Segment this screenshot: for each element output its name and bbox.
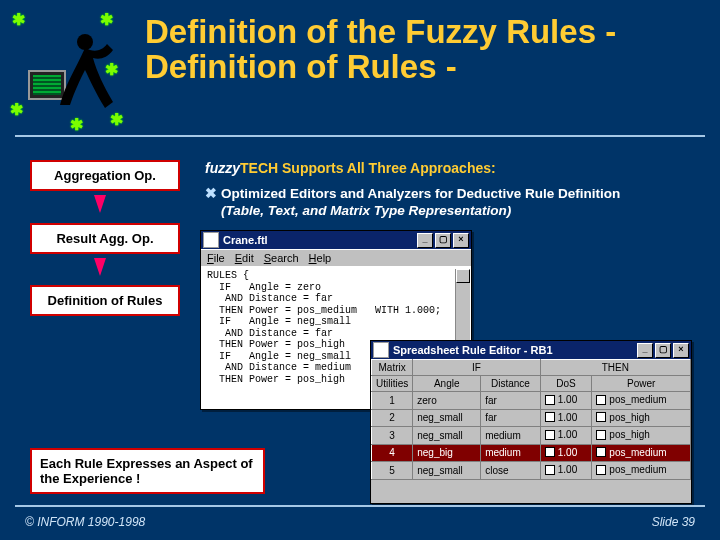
cell-distance[interactable]: far: [481, 392, 541, 410]
box-result-agg-op: Result Agg. Op.: [30, 223, 180, 254]
bullet-mark-icon: ✖: [205, 186, 221, 203]
table-row[interactable]: 5neg_smallclose1.00pos_medium: [372, 462, 691, 480]
divider-bottom: [15, 505, 705, 507]
footnote-box: Each Rule Expresses an Aspect of the Exp…: [30, 448, 265, 494]
dancer-icon: [55, 30, 115, 130]
cell-distance[interactable]: medium: [481, 427, 541, 445]
tab-matrix[interactable]: Matrix: [372, 360, 413, 376]
cell-dos[interactable]: 1.00: [540, 427, 592, 445]
content-headline: fuzzyTECH Supports All Three Approaches:: [205, 160, 496, 176]
cell-power[interactable]: pos_medium: [592, 392, 691, 410]
close-button[interactable]: ×: [673, 343, 689, 358]
bullet-item: ✖Optimized Editors and Analyzers for Ded…: [205, 186, 685, 220]
cell-rownum: 3: [372, 427, 413, 445]
bullet-text: Optimized Editors and Analyzers for Dedu…: [221, 186, 620, 201]
table-row[interactable]: 4neg_bigmedium1.00pos_medium: [372, 444, 691, 462]
window-titlebar[interactable]: Spreadsheet Rule Editor - RB1 _ ▢ ×: [371, 341, 691, 359]
menu-edit[interactable]: Edit: [235, 252, 254, 264]
rule-table: Matrix IF THEN Utilities Angle Distance …: [371, 359, 691, 480]
col-power[interactable]: Power: [592, 376, 691, 392]
cell-power[interactable]: pos_medium: [592, 444, 691, 462]
arrow-icon: [94, 195, 106, 213]
col-distance[interactable]: Distance: [481, 376, 541, 392]
divider-top: [15, 135, 705, 137]
cell-distance[interactable]: close: [481, 462, 541, 480]
grid-client-area: Matrix IF THEN Utilities Angle Distance …: [371, 359, 691, 480]
slide-logo: ✱ ✱ ✱ ✱ ✱ ✱: [10, 10, 130, 130]
cell-dos[interactable]: 1.00: [540, 462, 592, 480]
slide-title: Definition of the Fuzzy Rules - Definiti…: [145, 15, 705, 84]
col-group-if: IF: [413, 360, 541, 376]
table-row[interactable]: 3neg_smallmedium1.00pos_high: [372, 427, 691, 445]
tab-utilities[interactable]: Utilities: [372, 376, 413, 392]
col-angle[interactable]: Angle: [413, 376, 481, 392]
brand-suffix: TECH: [240, 160, 278, 176]
table-row[interactable]: 1zerofar1.00pos_medium: [372, 392, 691, 410]
window-titlebar[interactable]: Crane.ftl _ ▢ ×: [201, 231, 471, 249]
brand-italic: fuzzy: [205, 160, 240, 176]
cell-rownum: 4: [372, 444, 413, 462]
table-row[interactable]: 2neg_smallfar1.00pos_high: [372, 409, 691, 427]
cell-rownum: 1: [372, 392, 413, 410]
cell-power[interactable]: pos_high: [592, 409, 691, 427]
close-button[interactable]: ×: [453, 233, 469, 248]
copyright-text: © INFORM 1990-1998: [25, 515, 145, 529]
box-aggregation-op: Aggregation Op.: [30, 160, 180, 191]
svg-point-0: [77, 34, 93, 50]
maximize-button[interactable]: ▢: [435, 233, 451, 248]
arrow-icon: [94, 258, 106, 276]
menu-search[interactable]: Search: [264, 252, 299, 264]
bullet-subtext: (Table, Text, and Matrix Type Representa…: [221, 203, 511, 218]
col-group-then: THEN: [540, 360, 690, 376]
cell-power[interactable]: pos_high: [592, 427, 691, 445]
minimize-button[interactable]: _: [637, 343, 653, 358]
cell-dos[interactable]: 1.00: [540, 409, 592, 427]
menu-file[interactable]: File: [207, 252, 225, 264]
cell-dos[interactable]: 1.00: [540, 444, 592, 462]
spreadsheet-editor-window: Spreadsheet Rule Editor - RB1 _ ▢ × Matr…: [370, 340, 692, 504]
col-dos[interactable]: DoS: [540, 376, 592, 392]
window-icon: [203, 232, 219, 248]
cell-distance[interactable]: medium: [481, 444, 541, 462]
menu-bar: File Edit Search Help: [201, 249, 471, 266]
box-definition-of-rules: Definition of Rules: [30, 285, 180, 316]
cell-angle[interactable]: neg_big: [413, 444, 481, 462]
slide-number: Slide 39: [652, 515, 695, 529]
cell-angle[interactable]: zero: [413, 392, 481, 410]
window-title: Spreadsheet Rule Editor - RB1: [393, 344, 637, 356]
window-title: Crane.ftl: [223, 234, 417, 246]
cell-rownum: 2: [372, 409, 413, 427]
cell-dos[interactable]: 1.00: [540, 392, 592, 410]
headline-rest: Supports All Three Approaches:: [278, 160, 496, 176]
cell-angle[interactable]: neg_small: [413, 409, 481, 427]
maximize-button[interactable]: ▢: [655, 343, 671, 358]
cell-angle[interactable]: neg_small: [413, 427, 481, 445]
menu-help[interactable]: Help: [309, 252, 332, 264]
minimize-button[interactable]: _: [417, 233, 433, 248]
cell-angle[interactable]: neg_small: [413, 462, 481, 480]
cell-power[interactable]: pos_medium: [592, 462, 691, 480]
cell-rownum: 5: [372, 462, 413, 480]
cell-distance[interactable]: far: [481, 409, 541, 427]
window-icon: [373, 342, 389, 358]
